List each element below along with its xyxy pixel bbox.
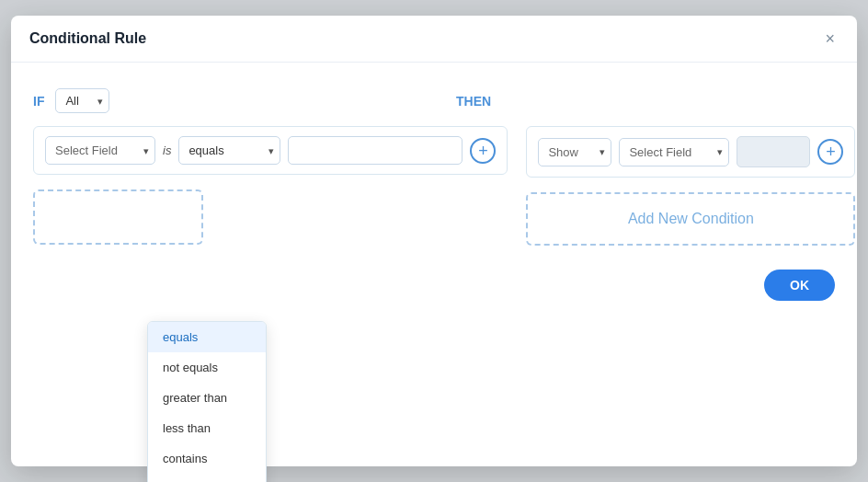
dropdown-item-not-contains[interactable]: not contains (148, 474, 266, 482)
dropdown-item-contains[interactable]: contains (148, 443, 266, 474)
dropdown-item-equals[interactable]: equals (148, 322, 266, 352)
all-select-wrapper: All Any (55, 88, 109, 113)
dropdown-item-less-than[interactable]: less than (148, 413, 266, 443)
all-select[interactable]: All Any (55, 88, 109, 113)
left-dashed-area (33, 189, 203, 245)
dropdown-item-not-equals[interactable]: not equals (148, 352, 266, 383)
left-conditions-col: Select Field is equals not equals greate… (33, 126, 508, 246)
action-select-wrapper: Show Hide (538, 138, 611, 166)
operator-select[interactable]: equals not equals greater than less than… (178, 136, 280, 165)
add-condition-plus-button[interactable]: + (470, 138, 496, 164)
then-field-select-wrapper: Select Field (619, 138, 729, 166)
ok-button[interactable]: OK (764, 270, 835, 301)
then-section-header: THEN (456, 93, 835, 109)
then-label: THEN (456, 94, 491, 109)
if-section-header: IF All Any (33, 88, 456, 113)
modal-title: Conditional Rule (29, 30, 146, 47)
if-field-select[interactable]: Select Field (45, 136, 155, 165)
modal-body: IF All Any THEN (11, 63, 857, 319)
then-condition-row: Show Hide Select Field + (526, 126, 855, 178)
is-label: is (163, 143, 171, 157)
add-condition-label: Add New Condition (628, 211, 754, 227)
add-condition-area[interactable]: Add New Condition (526, 192, 855, 246)
if-field-select-wrapper: Select Field (45, 136, 155, 165)
operator-dropdown-menu: equals not equals greater than less than… (147, 321, 267, 482)
modal: Conditional Rule × IF All Any THEN (11, 16, 857, 466)
condition-value-input[interactable] (288, 136, 463, 165)
right-conditions-col: Show Hide Select Field + (526, 126, 855, 246)
then-field-select[interactable]: Select Field (619, 138, 729, 166)
then-add-plus-button[interactable]: + (817, 139, 843, 165)
then-value-box (737, 136, 810, 167)
if-then-header: IF All Any THEN (33, 88, 835, 113)
if-condition-row: Select Field is equals not equals greate… (33, 126, 508, 175)
conditions-wrap: Select Field is equals not equals greate… (33, 126, 835, 246)
operator-select-wrapper: equals not equals greater than less than… (178, 136, 280, 165)
action-select[interactable]: Show Hide (538, 138, 611, 166)
if-label: IF (33, 94, 44, 109)
dropdown-item-greater-than[interactable]: greater than (148, 383, 266, 413)
close-button[interactable]: × (821, 29, 839, 49)
modal-overlay: Conditional Rule × IF All Any THEN (0, 0, 868, 482)
modal-header: Conditional Rule × (11, 16, 857, 63)
